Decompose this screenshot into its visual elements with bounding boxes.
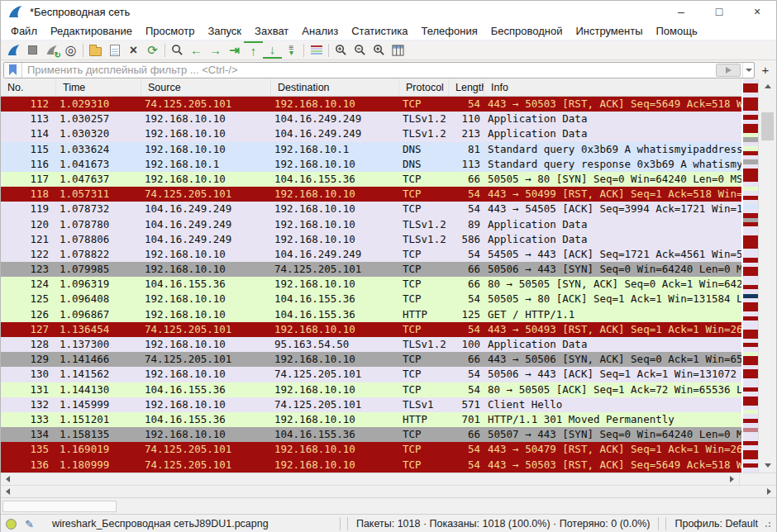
packet-row[interactable]: 127 1.136454 74.125.205.101 192.168.10.1…	[1, 322, 741, 337]
scroll-up-button[interactable]	[759, 79, 776, 93]
cell-length: 54	[449, 292, 484, 306]
packet-row[interactable]: 132 1.145999 192.168.10.10 74.125.205.10…	[1, 397, 741, 412]
packet-row[interactable]: 129 1.141466 74.125.205.101 192.168.10.1…	[1, 352, 741, 367]
find-packet-icon[interactable]	[168, 41, 187, 59]
packet-row[interactable]: 120 1.078780 104.16.249.249 192.168.10.1…	[1, 217, 741, 232]
scroll-left-button[interactable]	[1, 486, 15, 497]
packet-row[interactable]: 131 1.144130 104.16.155.36 192.168.10.10…	[1, 382, 741, 397]
scroll-left-button[interactable]	[1, 473, 15, 485]
first-packet-icon[interactable]: ↑	[244, 41, 263, 59]
packet-row[interactable]: 117 1.047637 192.168.10.10 104.16.155.36…	[1, 172, 741, 187]
last-packet-icon[interactable]: ↓	[263, 41, 282, 59]
packet-row[interactable]: 125 1.096408 192.168.10.10 104.16.155.36…	[1, 292, 741, 306]
filter-dropdown-caret[interactable]	[742, 63, 754, 78]
menu-item[interactable]: Захват	[248, 23, 295, 39]
menu-item[interactable]: Просмотр	[139, 23, 201, 39]
goto-packet-icon[interactable]: ⇥	[225, 41, 244, 59]
vertical-scroll-thumb[interactable]	[761, 112, 774, 140]
vertical-scrollbar[interactable]	[758, 79, 776, 473]
packet-row[interactable]: 119 1.078732 104.16.249.249 192.168.10.1…	[1, 202, 741, 216]
zoom-in-icon[interactable]	[331, 41, 350, 59]
cell-time: 1.180999	[56, 458, 141, 473]
packet-row[interactable]: 126 1.096867 192.168.10.10 104.16.155.36…	[1, 307, 741, 322]
cell-length: 81	[449, 142, 484, 157]
packet-row[interactable]: 122 1.078822 192.168.10.10 104.16.249.24…	[1, 247, 741, 262]
scroll-right-button[interactable]	[725, 473, 739, 485]
menu-item[interactable]: Статистика	[345, 23, 414, 39]
close-button[interactable]: ×	[738, 1, 776, 22]
toolbar-separator	[83, 44, 83, 57]
restart-capture-icon[interactable]: ↻	[42, 41, 61, 59]
next-packet-icon[interactable]: →	[206, 41, 225, 59]
colorize-icon[interactable]	[307, 41, 326, 59]
packet-row[interactable]: 134 1.158135 192.168.10.10 104.16.155.36…	[1, 427, 741, 442]
expert-info-icon[interactable]	[6, 519, 17, 530]
scroll-down-button[interactable]	[759, 458, 776, 473]
packet-row[interactable]: 130 1.141562 192.168.10.10 74.125.205.10…	[1, 367, 741, 382]
filter-bookmark-icon[interactable]	[4, 63, 22, 78]
packet-minimap[interactable]	[741, 79, 758, 473]
scroll-right-button[interactable]	[762, 486, 776, 497]
close-file-icon[interactable]: ×	[124, 41, 143, 59]
packet-row[interactable]: 112 1.029310 74.125.205.101 192.168.10.1…	[1, 97, 741, 112]
reload-file-icon[interactable]: ⟳	[143, 41, 162, 59]
packet-row[interactable]: 128 1.137300 192.168.10.10 95.163.54.50 …	[1, 337, 741, 352]
cell-length: 54	[449, 187, 484, 202]
menu-item[interactable]: Телефония	[414, 23, 484, 39]
packet-row[interactable]: 116 1.041673 192.168.10.1 192.168.10.10 …	[1, 157, 741, 172]
packet-row[interactable]: 114 1.030320 192.168.10.10 104.16.249.24…	[1, 126, 741, 141]
horizontal-scroll-track[interactable]	[15, 473, 725, 485]
capture-options-icon[interactable]: ◎	[61, 41, 80, 59]
profile-selector[interactable]: Профиль: Default	[670, 518, 763, 530]
save-file-icon[interactable]	[105, 41, 124, 59]
cell-no: 116	[1, 157, 56, 172]
column-header-length[interactable]: Length	[449, 79, 484, 96]
filter-add-button[interactable]: +	[757, 62, 774, 78]
cell-info: 443 → 50503 [RST, ACK] Seq=5649 Ack=518 …	[484, 97, 741, 112]
column-header-protocol[interactable]: Protocol	[399, 79, 449, 96]
resize-grip[interactable]	[763, 519, 771, 529]
column-header-source[interactable]: Source	[141, 79, 271, 96]
zoom-reset-icon[interactable]	[369, 41, 388, 59]
packet-row[interactable]: 136 1.180999 74.125.205.101 192.168.10.1…	[1, 458, 741, 473]
cell-time: 1.144130	[56, 382, 141, 397]
start-capture-icon[interactable]	[4, 41, 23, 59]
minimize-button[interactable]: –	[662, 1, 700, 22]
menu-item[interactable]: Инструменты	[569, 23, 649, 39]
open-file-icon[interactable]	[86, 41, 105, 59]
cell-source: 192.168.10.10	[141, 307, 271, 322]
horizontal-scrollbar-list[interactable]	[1, 473, 776, 485]
horizontal-scroll-track[interactable]	[15, 486, 762, 497]
menu-item[interactable]: Запуск	[201, 23, 248, 39]
packet-row[interactable]: 118 1.057311 74.125.205.101 192.168.10.1…	[1, 187, 741, 202]
cell-time: 1.033624	[56, 142, 141, 157]
display-filter-input[interactable]	[22, 64, 716, 76]
autoscroll-icon[interactable]: ≡▾	[282, 41, 301, 59]
stop-capture-icon[interactable]	[23, 41, 42, 59]
column-header-info[interactable]: Info	[484, 79, 741, 96]
packet-row[interactable]: 115 1.033624 192.168.10.10 192.168.10.1 …	[1, 142, 741, 157]
zoom-out-icon[interactable]	[350, 41, 369, 59]
horizontal-scrollbar-secondary[interactable]	[1, 485, 776, 497]
column-header-time[interactable]: Time	[56, 79, 141, 96]
capture-comment-icon[interactable]: ✎	[25, 518, 34, 530]
packet-row[interactable]: 113 1.030257 192.168.10.10 104.16.249.24…	[1, 112, 741, 126]
packet-row[interactable]: 124 1.096319 104.16.155.36 192.168.10.10…	[1, 277, 741, 292]
menu-item[interactable]: Беспроводной	[484, 23, 570, 39]
menu-item[interactable]: Анализ	[295, 23, 345, 39]
cell-source: 74.125.205.101	[141, 187, 271, 202]
packet-row[interactable]: 123 1.079985 192.168.10.10 74.125.205.10…	[1, 262, 741, 277]
packet-row[interactable]: 121 1.078806 104.16.249.249 192.168.10.1…	[1, 232, 741, 247]
resize-columns-icon[interactable]	[388, 41, 408, 59]
column-header-no[interactable]: No.	[1, 79, 56, 96]
maximize-button[interactable]: □	[700, 1, 738, 22]
menu-item[interactable]: Помощь	[650, 23, 704, 39]
cell-no: 112	[1, 97, 56, 112]
packet-row[interactable]: 133 1.151201 104.16.155.36 192.168.10.10…	[1, 412, 741, 427]
filter-apply-button[interactable]	[716, 64, 741, 77]
previous-packet-icon[interactable]: ←	[187, 41, 206, 59]
menu-item[interactable]: Редактирование	[44, 23, 139, 39]
column-header-destination[interactable]: Destination	[271, 79, 399, 96]
menu-item[interactable]: Файл	[4, 23, 44, 39]
packet-row[interactable]: 135 1.169019 74.125.205.101 192.168.10.1…	[1, 442, 741, 457]
